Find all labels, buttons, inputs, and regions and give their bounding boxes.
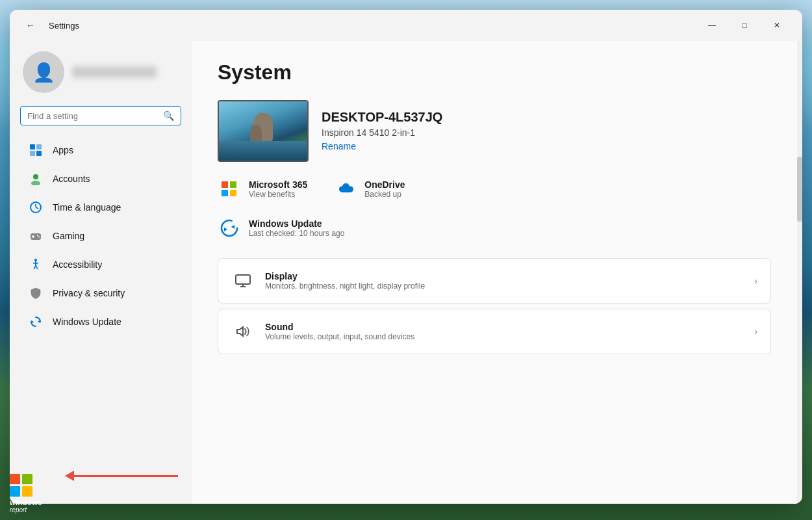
windows-logo-icon [10, 474, 33, 497]
user-name [72, 66, 157, 78]
onedrive-icon [333, 177, 357, 201]
maximize-icon: □ [742, 21, 746, 30]
main-content: System DESKTOP-4L537JQ Inspiron 14 5410 … [192, 41, 797, 504]
gaming-label: Gaming [53, 231, 84, 241]
sidebar-item-windows-update[interactable]: Windows Update [15, 307, 186, 336]
sidebar-item-privacy-security[interactable]: Privacy & security [15, 279, 186, 307]
svg-rect-0 [30, 144, 35, 150]
device-card: DESKTOP-4L537JQ Inspiron 14 5410 2-in-1 … [218, 100, 771, 162]
sound-card[interactable]: Sound Volume levels, output, input, soun… [218, 309, 771, 354]
update-info: Windows Update Last checked: 10 hours ag… [249, 218, 344, 238]
sound-text: Sound Volume levels, output, input, soun… [265, 322, 744, 341]
sound-icon [231, 320, 255, 343]
thumb-water [219, 141, 307, 161]
windows-update-icon [28, 314, 44, 330]
watermark-sub: report [10, 506, 27, 514]
user-icon: 👤 [32, 62, 55, 83]
svg-rect-2 [30, 151, 35, 156]
search-input[interactable] [27, 111, 158, 121]
accessibility-label: Accessibility [53, 259, 102, 270]
search-box[interactable]: 🔍 [20, 106, 181, 125]
sidebar-item-accessibility[interactable]: Accessibility [15, 250, 186, 279]
onedrive-item[interactable]: OneDrive Backed up [333, 177, 405, 201]
device-info: DESKTOP-4L537JQ Inspiron 14 5410 2-in-1 … [322, 110, 442, 152]
onedrive-subtitle: Backed up [364, 190, 405, 199]
window-title: Settings [49, 21, 79, 31]
device-model: Inspiron 14 5410 2-in-1 [322, 127, 442, 138]
close-button[interactable]: ✕ [762, 15, 792, 36]
scrollbar[interactable] [797, 41, 802, 504]
ms365-icon [218, 177, 241, 201]
svg-point-12 [37, 235, 38, 237]
sound-title: Sound [265, 322, 744, 332]
device-name: DESKTOP-4L537JQ [322, 110, 442, 125]
minimize-icon: — [708, 21, 716, 30]
sidebar: 👤 🔍 [10, 41, 192, 504]
accounts-icon [28, 171, 44, 187]
svg-marker-22 [231, 225, 235, 229]
svg-line-18 [36, 266, 38, 269]
device-thumbnail [218, 100, 309, 162]
onedrive-info: OneDrive Backed up [364, 179, 405, 199]
scrollbar-thumb[interactable] [797, 157, 802, 222]
svg-rect-3 [36, 151, 42, 156]
maximize-button[interactable]: □ [730, 15, 759, 36]
sidebar-item-gaming[interactable]: Gaming [15, 222, 186, 250]
search-container: 🔍 [10, 106, 192, 136]
page-title: System [218, 60, 771, 84]
close-icon: ✕ [774, 21, 780, 30]
apps-icon [28, 142, 44, 158]
svg-point-21 [222, 220, 237, 236]
update-sync-icon [218, 216, 241, 240]
svg-point-5 [31, 181, 40, 185]
rename-link[interactable]: Rename [322, 141, 356, 151]
svg-point-14 [34, 259, 37, 261]
privacy-icon [28, 285, 44, 301]
settings-window: ← Settings — □ ✕ 👤 [10, 10, 802, 504]
windows-update-row[interactable]: Windows Update Last checked: 10 hours ag… [218, 216, 771, 240]
back-button[interactable]: ← [20, 15, 41, 36]
svg-rect-24 [236, 275, 250, 284]
sound-chevron-icon: › [754, 326, 757, 337]
svg-marker-27 [237, 327, 243, 336]
search-icon: 🔍 [163, 110, 174, 121]
update-title: Windows Update [249, 218, 344, 229]
ms365-subtitle: View benefits [249, 190, 307, 199]
sidebar-item-apps[interactable]: Apps [15, 136, 186, 164]
accounts-label: Accounts [53, 174, 90, 184]
ms365-item[interactable]: Microsoft 365 View benefits [218, 177, 307, 201]
ms365-info: Microsoft 365 View benefits [249, 179, 307, 199]
sidebar-item-time-language[interactable]: Time & language [15, 193, 186, 222]
sound-subtitle: Volume levels, output, input, sound devi… [265, 332, 744, 341]
apps-label: Apps [53, 145, 73, 155]
watermark: windows report [10, 474, 42, 514]
display-subtitle: Monitors, brightness, night light, displ… [265, 281, 744, 291]
title-bar: ← Settings — □ ✕ [10, 10, 802, 41]
user-profile[interactable]: 👤 [10, 41, 192, 106]
display-icon [231, 269, 255, 292]
gaming-icon [28, 228, 44, 244]
svg-line-8 [36, 207, 38, 209]
svg-rect-1 [36, 144, 42, 150]
update-subtitle: Last checked: 10 hours ago [249, 229, 344, 238]
display-card[interactable]: Display Monitors, brightness, night ligh… [218, 258, 771, 304]
svg-point-13 [38, 237, 40, 238]
svg-marker-23 [224, 228, 227, 231]
watermark-brand: windows [10, 499, 42, 506]
back-icon: ← [26, 20, 35, 31]
onedrive-title: OneDrive [364, 179, 405, 190]
svg-marker-20 [31, 320, 34, 324]
title-bar-controls: — □ ✕ [697, 15, 792, 36]
sidebar-item-accounts[interactable]: Accounts [15, 164, 186, 193]
svg-line-17 [34, 266, 36, 269]
avatar: 👤 [23, 51, 64, 93]
svg-marker-19 [38, 320, 40, 323]
minimize-button[interactable]: — [697, 15, 727, 36]
ms365-title: Microsoft 365 [249, 179, 307, 190]
display-chevron-icon: › [754, 276, 757, 286]
window-body: 👤 🔍 [10, 41, 802, 504]
display-title: Display [265, 271, 744, 281]
windows-update-label: Windows Update [53, 317, 121, 327]
title-bar-left: ← Settings [20, 15, 697, 36]
time-language-label: Time & language [53, 202, 121, 213]
